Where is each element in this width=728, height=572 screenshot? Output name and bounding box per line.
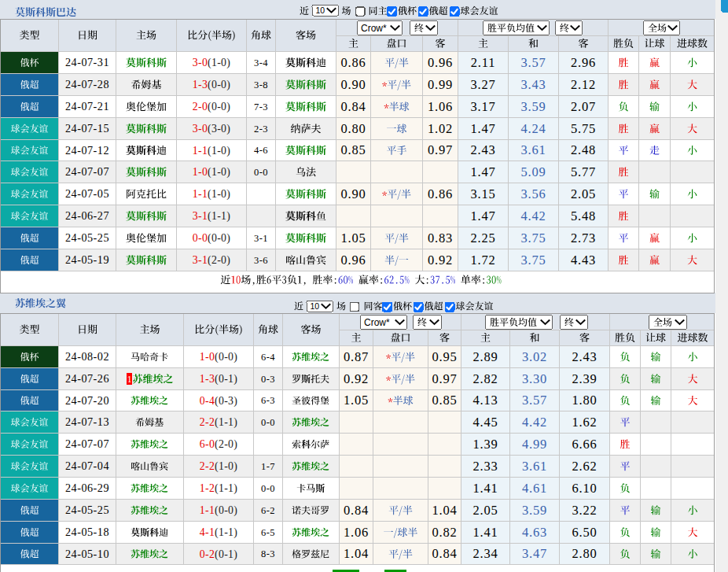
- svg-text:2.43: 2.43: [572, 349, 597, 364]
- svg-text:2.48: 2.48: [571, 142, 596, 157]
- svg-text:3-6: 3-6: [254, 255, 268, 266]
- svg-text:4.61: 4.61: [522, 481, 547, 496]
- svg-text:0.90: 0.90: [340, 186, 366, 201]
- svg-text:1.02: 1.02: [428, 121, 453, 136]
- svg-text:2.07: 2.07: [571, 99, 596, 114]
- svg-text:6-0(2-0): 6-0(2-0): [200, 438, 237, 451]
- svg-text:2-0(0-0): 2-0(0-0): [193, 101, 230, 113]
- svg-text:0.82: 0.82: [432, 525, 457, 540]
- svg-text:3.17: 3.17: [470, 99, 495, 114]
- svg-text:0.92: 0.92: [428, 253, 453, 268]
- svg-text:24-05-25: 24-05-25: [65, 504, 109, 516]
- svg-text:5.48: 5.48: [571, 209, 596, 223]
- svg-text:24-07-26: 24-07-26: [65, 372, 109, 385]
- svg-text:2.34: 2.34: [472, 546, 498, 561]
- svg-text:1.06: 1.06: [344, 525, 369, 540]
- svg-text:2.82: 2.82: [472, 371, 498, 386]
- svg-text:6-2: 6-2: [261, 505, 275, 516]
- svg-text:1: 1: [127, 374, 131, 385]
- svg-text:24-07-28: 24-07-28: [65, 78, 109, 90]
- svg-text:3.47: 3.47: [522, 546, 547, 561]
- svg-text:1.05: 1.05: [344, 393, 369, 408]
- svg-text:0.97: 0.97: [428, 142, 453, 157]
- svg-text:0-0: 0-0: [261, 417, 275, 428]
- svg-text:3.27: 3.27: [470, 77, 495, 92]
- svg-text:2.05: 2.05: [571, 186, 596, 201]
- svg-text:1-0(1-0): 1-0(1-0): [193, 166, 230, 179]
- svg-text:5.77: 5.77: [571, 164, 596, 179]
- svg-text:10: 10: [311, 301, 320, 311]
- svg-text:24-05-10: 24-05-10: [65, 548, 109, 560]
- svg-text:0-4(0-3): 0-4(0-3): [200, 395, 237, 408]
- svg-text:0.86: 0.86: [428, 186, 453, 201]
- svg-text:4.99: 4.99: [522, 437, 547, 452]
- svg-text:24-08-02: 24-08-02: [65, 350, 109, 363]
- svg-text:1-3(0-1): 1-3(0-1): [200, 373, 237, 386]
- svg-text:3.61: 3.61: [522, 459, 547, 474]
- svg-text:3.75: 3.75: [520, 231, 546, 245]
- svg-text:4.43: 4.43: [571, 253, 596, 268]
- svg-text:1-2(1-1): 1-2(1-1): [200, 482, 237, 495]
- svg-text:0.99: 0.99: [428, 77, 453, 92]
- svg-text:0-0: 0-0: [254, 167, 268, 178]
- svg-text:1-0(0-0): 1-0(0-0): [200, 351, 237, 363]
- svg-text:5.75: 5.75: [571, 121, 596, 136]
- svg-text:0.96: 0.96: [340, 253, 366, 268]
- svg-text:10: 10: [316, 6, 325, 15]
- svg-text:6-4: 6-4: [261, 352, 275, 363]
- svg-text:3.59: 3.59: [522, 503, 547, 518]
- svg-text:1-3(0-0): 1-3(0-0): [193, 79, 230, 91]
- svg-text:2.80: 2.80: [572, 546, 597, 561]
- svg-text:1.04: 1.04: [432, 503, 457, 518]
- svg-text:6.10: 6.10: [572, 481, 597, 496]
- svg-text:24-06-27: 24-06-27: [65, 209, 109, 222]
- svg-text:3-8: 3-8: [254, 79, 268, 90]
- svg-text:1-1(1-0): 1-1(1-0): [193, 145, 230, 157]
- svg-text:Crow*: Crow*: [364, 317, 390, 328]
- svg-text:3-1(1-1): 3-1(1-1): [193, 210, 230, 223]
- svg-text:24-07-04: 24-07-04: [65, 459, 109, 472]
- svg-text:0.90: 0.90: [340, 77, 366, 92]
- svg-text:4.63: 4.63: [522, 525, 547, 540]
- svg-text:2.39: 2.39: [572, 371, 597, 386]
- svg-text:3.15: 3.15: [470, 186, 495, 201]
- svg-text:2-3: 2-3: [254, 124, 268, 135]
- svg-text:24-07-05: 24-07-05: [65, 187, 109, 200]
- svg-text:2.12: 2.12: [571, 77, 596, 92]
- svg-text:24-06-29: 24-06-29: [65, 482, 109, 494]
- svg-text:1.41: 1.41: [472, 525, 498, 540]
- svg-text:5.09: 5.09: [520, 164, 546, 179]
- svg-text:3.75: 3.75: [520, 253, 546, 268]
- svg-text:2-2(1-0): 2-2(1-0): [200, 460, 237, 473]
- svg-text:4.45: 4.45: [472, 415, 498, 430]
- svg-text:3-0(3-0): 3-0(3-0): [193, 123, 230, 135]
- svg-text:3.56: 3.56: [520, 186, 546, 201]
- svg-text:24-05-18: 24-05-18: [65, 526, 109, 538]
- svg-text:3.43: 3.43: [520, 77, 546, 92]
- svg-text:2.96: 2.96: [571, 55, 596, 70]
- svg-text:0.83: 0.83: [428, 231, 453, 245]
- svg-text:0-0(0-0): 0-0(0-0): [193, 232, 230, 245]
- svg-text:1.05: 1.05: [340, 231, 366, 245]
- svg-text:1.47: 1.47: [470, 121, 495, 136]
- svg-text:Crow*: Crow*: [361, 23, 387, 34]
- svg-text:3.61: 3.61: [520, 142, 546, 157]
- svg-text:4-6: 4-6: [254, 145, 268, 156]
- svg-text:4.13: 4.13: [472, 393, 498, 408]
- svg-text:24-05-25: 24-05-25: [65, 231, 109, 244]
- svg-text:0.85: 0.85: [340, 142, 366, 157]
- svg-text:2.89: 2.89: [472, 349, 498, 364]
- svg-text:2.05: 2.05: [472, 503, 498, 518]
- svg-text:1-7: 1-7: [261, 461, 275, 472]
- svg-text:24-05-19: 24-05-19: [65, 253, 109, 266]
- svg-text:0.84: 0.84: [432, 546, 457, 561]
- svg-text:1.41: 1.41: [472, 481, 498, 496]
- svg-text:24-07-07: 24-07-07: [65, 165, 109, 178]
- svg-text:0.84: 0.84: [340, 99, 366, 114]
- svg-text:1.47: 1.47: [470, 209, 495, 223]
- svg-text:0.97: 0.97: [432, 371, 457, 386]
- svg-text:3-4: 3-4: [254, 57, 268, 68]
- svg-text:3.57: 3.57: [520, 55, 546, 70]
- svg-text:24-07-20: 24-07-20: [65, 394, 109, 407]
- svg-text:24-07-12: 24-07-12: [65, 144, 109, 157]
